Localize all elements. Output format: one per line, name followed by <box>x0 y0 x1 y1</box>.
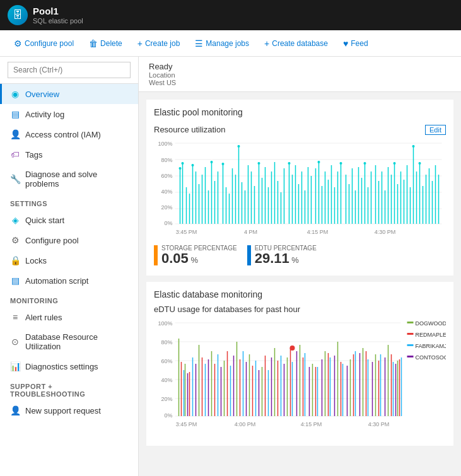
sidebar-item-configure-pool[interactable]: ⚙ Configure pool <box>0 230 138 250</box>
storage-metric: STORAGE PERCENTAGE 0.05 % <box>154 245 237 265</box>
elastic-db-title: Elastic database monitoring <box>154 289 446 299</box>
search-input[interactable] <box>8 62 131 78</box>
manage-jobs-btn[interactable]: ☰Manage jobs <box>189 36 255 51</box>
access-icon: 👤 <box>10 129 20 139</box>
gear-icon: ⚙ <box>14 38 22 49</box>
edtu-metric-content: EDTU PERCENTAGE 29.11 % <box>255 245 317 265</box>
storage-value: 0.05 <box>161 250 189 266</box>
svg-text:0%: 0% <box>164 412 172 419</box>
svg-text:4 PM: 4 PM <box>244 229 257 235</box>
monitoring-section-header: MONITORING <box>0 291 138 307</box>
storage-unit: % <box>190 255 198 265</box>
status-bar: Ready Location West US <box>139 57 461 92</box>
lock-icon: 🔒 <box>10 255 20 265</box>
alert-icon: ≡ <box>10 312 20 322</box>
search-box <box>0 57 138 84</box>
svg-point-100 <box>318 161 320 163</box>
configure-pool-btn[interactable]: ⚙Configure pool <box>8 36 80 51</box>
sidebar-item-diagnostics[interactable]: 📊 Diagnostics settings <box>0 356 138 376</box>
list-icon: ☰ <box>195 38 203 49</box>
svg-text:20%: 20% <box>161 204 172 211</box>
metrics-row: STORAGE PERCENTAGE 0.05 % EDTU PERCENTAG… <box>154 245 446 265</box>
app-subtitle: SQL elastic pool <box>33 17 83 25</box>
header-text: Pool1 SQL elastic pool <box>33 6 83 25</box>
sidebar: ◉ Overview ▤ Activity log 👤 Access contr… <box>0 57 139 476</box>
elastic-pool-monitoring-card: Elastic pool monitoring Edit Resource ut… <box>146 100 453 276</box>
svg-text:40%: 40% <box>161 377 172 383</box>
svg-rect-208 <box>407 356 414 357</box>
svg-text:40%: 40% <box>161 189 172 195</box>
storage-value-row: 0.05 % <box>161 252 237 265</box>
sidebar-item-db-resource[interactable]: ⊙ Database Resource Utilization <box>0 327 138 356</box>
diagnose-icon: 🔧 <box>10 174 20 184</box>
create-database-btn[interactable]: +Create database <box>258 36 334 51</box>
heart-icon: ♥ <box>343 38 348 49</box>
svg-point-97 <box>238 145 240 148</box>
dbresource-icon: ⊙ <box>10 337 20 347</box>
svg-text:DOGWOOD...: DOGWOOD... <box>416 320 446 327</box>
settings-section-header: SETTINGS <box>0 194 138 210</box>
sidebar-item-diagnose[interactable]: 🔧 Diagnose and solve problems <box>0 165 138 194</box>
svg-text:4:15 PM: 4:15 PM <box>301 421 322 427</box>
diagnostics-icon: 📊 <box>10 361 20 371</box>
plus-db-icon: + <box>264 38 269 49</box>
sidebar-item-automation[interactable]: ▤ Automation script <box>0 270 138 291</box>
svg-point-101 <box>340 162 342 165</box>
edtu-usage-chart: 100% 80% 60% 40% 20% 0% <box>154 316 446 436</box>
delete-btn[interactable]: 🗑Delete <box>83 36 129 51</box>
svg-text:CONTOSOC...: CONTOSOC... <box>416 354 446 361</box>
svg-text:REDMAPLER...: REDMAPLER... <box>416 332 446 338</box>
chart-legend: DOGWOOD... REDMAPLER... FABRIKAMJA... CO… <box>407 320 446 361</box>
sidebar-item-tags[interactable]: 🏷 Tags <box>0 144 138 165</box>
sidebar-item-locks[interactable]: 🔒 Locks <box>0 250 138 270</box>
svg-text:FABRIKAMJA...: FABRIKAMJA... <box>416 343 446 349</box>
svg-text:4:30 PM: 4:30 PM <box>375 229 396 235</box>
elastic-db-monitoring-card: Elastic database monitoring eDTU usage f… <box>146 282 453 446</box>
svg-text:4:00 PM: 4:00 PM <box>235 421 256 427</box>
svg-point-98 <box>258 162 260 165</box>
svg-text:60%: 60% <box>161 358 172 364</box>
svg-text:100%: 100% <box>158 320 172 327</box>
svg-text:80%: 80% <box>161 157 172 163</box>
sidebar-item-support[interactable]: 👤 New support request <box>0 400 138 421</box>
main-layout: ◉ Overview ▤ Activity log 👤 Access contr… <box>0 57 461 476</box>
toolbar: ⚙Configure pool 🗑Delete +Create job ☰Man… <box>0 30 461 57</box>
main-content: Ready Location West US Elastic pool moni… <box>139 57 461 476</box>
sidebar-item-quick-start[interactable]: ◈ Quick start <box>0 210 138 230</box>
storage-bar <box>154 245 158 265</box>
automation-icon: ▤ <box>10 276 20 286</box>
svg-text:60%: 60% <box>161 173 172 179</box>
app-icon: 🗄 <box>8 5 28 25</box>
svg-point-102 <box>364 162 366 165</box>
svg-point-94 <box>192 164 194 166</box>
svg-text:20%: 20% <box>161 396 172 402</box>
resource-util-title: Resource utilization <box>154 125 446 134</box>
svg-text:3:45 PM: 3:45 PM <box>176 229 197 235</box>
sidebar-item-activity-log[interactable]: ▤ Activity log <box>0 104 138 124</box>
app-header: 🗄 Pool1 SQL elastic pool <box>0 0 461 30</box>
svg-point-96 <box>222 163 225 165</box>
status-location: Location West US <box>149 71 451 86</box>
svg-point-95 <box>211 161 213 163</box>
elastic-pool-title: Elastic pool monitoring <box>154 107 446 117</box>
support-section-header: SUPPORT + TROUBLESHOOTING <box>0 376 138 400</box>
resource-util-chart: 100% 80% 60% 40% 20% 0% <box>154 137 446 238</box>
sidebar-item-overview[interactable]: ◉ Overview <box>0 84 138 104</box>
configure-icon: ⚙ <box>10 235 20 245</box>
edit-btn[interactable]: Edit <box>425 125 446 135</box>
svg-text:0%: 0% <box>164 220 172 226</box>
sidebar-item-access-control[interactable]: 👤 Access control (IAM) <box>0 124 138 144</box>
sidebar-item-alert-rules[interactable]: ≡ Alert rules <box>0 307 138 327</box>
tags-icon: 🏷 <box>10 149 20 160</box>
create-job-btn[interactable]: +Create job <box>131 36 187 51</box>
svg-point-92 <box>179 167 182 170</box>
storage-metric-content: STORAGE PERCENTAGE 0.05 % <box>161 245 237 265</box>
app-title: Pool1 <box>33 6 83 17</box>
feed-btn[interactable]: ♥Feed <box>337 36 375 51</box>
plus-icon: + <box>137 38 143 49</box>
edtu-metric: EDTU PERCENTAGE 29.11 % <box>247 245 317 265</box>
trash-icon: 🗑 <box>89 38 98 49</box>
svg-point-99 <box>288 162 291 165</box>
svg-text:100%: 100% <box>158 141 172 147</box>
svg-point-105 <box>419 162 421 165</box>
